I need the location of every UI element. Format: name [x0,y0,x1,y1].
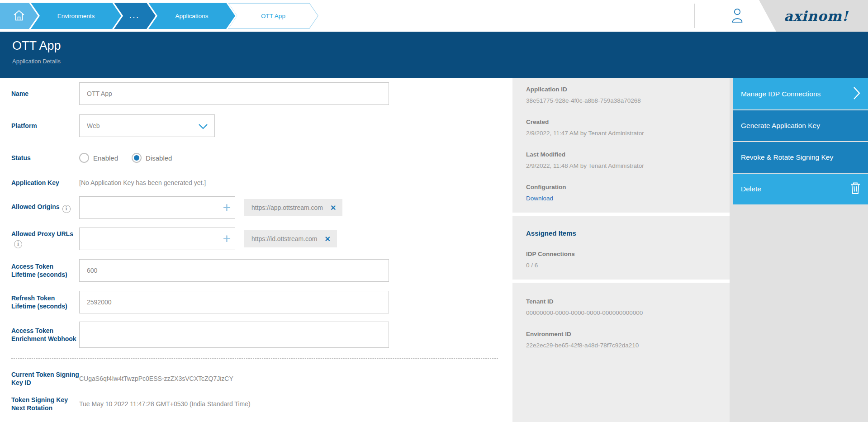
allowed-origins-input[interactable] [79,196,235,219]
status-row: Status Enabled Disabled [11,146,172,170]
delete-button[interactable]: Delete [733,174,868,204]
tenant-id-value: 00000000-0000-0000-0000-000000000000 [526,309,730,316]
environment-id-label: Environment ID [526,331,730,337]
last-modified-group: Last Modified 2/9/2022, 11:48 AM by Tena… [526,151,730,169]
current-signing-key-value: CUgaS6qf4Iw4tTwzpPc0ESS-zzZX3sVCXTcZQ7Ji… [79,375,233,382]
radio-unselected-icon [79,153,89,163]
brand-logo: axinom! [746,0,868,32]
action-button-label: Generate Application Key [741,122,820,130]
brand-logo-text: axinom! [766,8,848,24]
platform-selected-value: Web [87,122,100,129]
chevron-right-icon [853,86,861,102]
allowed-origins-row: Allowed Origins https://app.ottstream.co… [11,195,342,220]
generate-application-key-button[interactable]: Generate Application Key [733,110,868,141]
home-icon [12,8,26,24]
revoke-rotate-signing-key-button[interactable]: Revoke & Rotate Signing Key [733,142,868,173]
current-signing-key-label: Current Token Signing Key ID [11,370,79,387]
info-section-metadata: Application ID 38e51775-928e-4f0c-a8b8-7… [512,78,730,213]
next-rotation-value: Tue May 10 2022 11:47:28 GMT+0530 (India… [79,400,251,408]
last-modified-value: 2/9/2022, 11:48 AM by Tenant Administrat… [526,162,730,169]
tenant-id-group: Tenant ID 00000000-0000-0000-0000-000000… [526,298,730,316]
origin-chip-label: https://app.ottstream.com [251,204,323,211]
allowed-proxy-urls-input[interactable] [79,228,235,250]
breadcrumb-label: OTT App [261,13,285,19]
platform-row: Platform Web [11,114,215,138]
breadcrumb-current-inner: OTT App [229,4,318,28]
created-value: 2/9/2022, 11:47 AM by Tenant Administrat… [526,130,730,137]
breadcrumb-applications[interactable]: Applications [148,3,235,29]
breadcrumb-label: Environments [57,13,95,19]
application-id-group: Application ID 38e51775-928e-4f0c-a8b8-7… [526,86,730,104]
enrichment-webhook-input[interactable] [79,322,389,348]
last-modified-label: Last Modified [526,151,730,158]
page-subtitle: Application Details [12,58,61,65]
info-icon[interactable] [62,205,71,213]
download-link[interactable]: Download [526,195,730,202]
action-button-label: Manage IDP Connections [741,90,821,98]
breadcrumb-label: ... [129,13,140,19]
application-id-value: 38e51775-928e-4f0c-a8b8-759a38a70268 [526,97,730,104]
access-token-lifetime-input[interactable] [79,259,389,282]
chevron-down-icon [198,123,208,129]
configuration-label: Configuration [526,184,730,190]
idp-connections-count: 0 / 6 [526,262,730,269]
allowed-proxy-urls-label: Allowed Proxy URLs [11,230,79,248]
environment-id-value: 22e2ec29-be65-42f8-a48d-78f7c92da210 [526,342,730,349]
action-button-label: Revoke & Rotate Signing Key [741,153,833,161]
idp-connections-group: IDP Connections 0 / 6 [526,251,730,269]
info-section-assigned-items: Assigned Items IDP Connections 0 / 6 [512,216,730,280]
page-title: OTT App [12,39,61,53]
page-header: OTT App Application Details [0,32,868,78]
status-radio-enabled[interactable]: Enabled [79,153,118,163]
breadcrumb-current-ott-app[interactable]: OTT App [228,3,318,29]
platform-label: Platform [11,122,79,130]
add-origin-icon[interactable] [223,200,231,215]
trash-icon [850,182,861,196]
status-option-label: Disabled [146,154,172,162]
allowed-proxy-urls-row: Allowed Proxy URLs https://id.ottstream.… [11,226,337,251]
environment-id-group: Environment ID 22e2ec29-be65-42f8-a48d-7… [526,331,730,349]
info-icon[interactable] [14,240,22,248]
action-button-label: Delete [741,185,761,193]
name-input[interactable] [79,82,389,105]
manage-idp-connections-button[interactable]: Manage IDP Connections [733,78,868,109]
allowed-origins-input-wrap [79,196,235,219]
tenant-id-label: Tenant ID [526,298,730,305]
breadcrumb-home[interactable] [0,3,38,29]
application-key-row: Application Key [No Application Key has … [11,171,206,194]
status-option-label: Enabled [93,154,118,162]
created-label: Created [526,119,730,125]
user-menu-button[interactable] [729,8,745,25]
allowed-origins-label: Allowed Origins [11,203,79,213]
info-section-ids: Tenant ID 00000000-0000-0000-0000-000000… [512,283,730,422]
close-icon[interactable] [330,204,336,212]
assigned-items-title: Assigned Items [526,229,730,237]
origin-chip: https://app.ottstream.com [244,199,342,216]
current-signing-key-row: Current Token Signing Key ID CUgaS6qf4Iw… [11,369,233,389]
configuration-group: Configuration Download [526,184,730,202]
name-row: Name [11,82,389,105]
status-radio-disabled[interactable]: Disabled [132,153,172,163]
application-key-value: [No Application Key has been generated y… [79,179,206,186]
radio-selected-icon [132,153,142,163]
application-details-screen: Environments ... Applications OTT App ax… [0,0,868,422]
platform-select[interactable]: Web [79,114,215,137]
access-token-lifetime-row: Access Token Lifetime (seconds) [11,258,389,283]
enrichment-webhook-row: Access Token Enrichment Webhook [11,322,389,348]
add-proxy-url-icon[interactable] [223,231,231,247]
refresh-token-lifetime-input[interactable] [79,291,389,313]
top-bar: Environments ... Applications OTT App ax… [0,0,868,32]
access-token-lifetime-label: Access Token Lifetime (seconds) [11,262,79,279]
name-label: Name [11,90,79,98]
proxy-url-chip-label: https://id.ottstream.com [251,235,318,242]
refresh-token-lifetime-label: Refresh Token Lifetime (seconds) [11,294,79,310]
next-rotation-row: Token Signing Key Next Rotation Tue May … [11,394,251,414]
action-column: Manage IDP Connections Generate Applicat… [730,78,868,422]
enrichment-webhook-label: Access Token Enrichment Webhook [11,327,79,343]
status-label: Status [11,154,79,162]
application-key-label: Application Key [11,179,79,187]
close-icon[interactable] [325,235,331,243]
breadcrumb-environments[interactable]: Environments [31,3,121,29]
next-rotation-label: Token Signing Key Next Rotation [11,396,79,412]
topbar-divider [694,4,695,28]
